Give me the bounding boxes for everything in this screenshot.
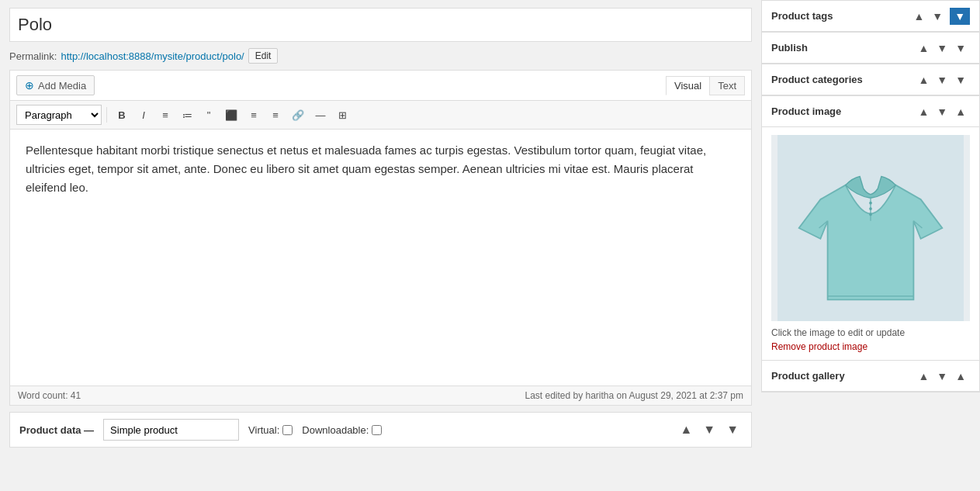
remove-product-image-link[interactable]: Remove product image [771,341,970,352]
tab-visual[interactable]: Visual [666,76,709,95]
sidebar: Product tags ▲ ▼ ▼ Publish ▲ ▼ ▼ Product… [761,0,980,491]
product-image-container[interactable] [771,135,970,321]
product-tags-controls: ▲ ▼ ▼ [909,8,970,25]
virtual-label: Virtual: [248,424,279,436]
paragraph-select[interactable]: Paragraph [16,105,102,125]
downloadable-row: Downloadable: [302,424,382,436]
product-categories-controls: ▲ ▼ ▼ [914,72,970,88]
permalink-url[interactable]: http://localhost:8888/mysite/product/pol… [61,50,244,62]
product-data-toggle-button[interactable]: ▼ [723,421,742,438]
product-categories-title: Product categories [771,74,914,85]
virtual-checkbox[interactable] [282,425,293,435]
product-categories-toggle-button[interactable]: ▼ [951,72,970,88]
product-categories-down-button[interactable]: ▼ [933,72,951,88]
product-tags-header[interactable]: Product tags ▲ ▼ ▼ [762,1,979,32]
editor-content[interactable]: Pellentesque habitant morbi tristique se… [10,130,751,386]
publish-controls: ▲ ▼ ▼ [914,40,970,56]
product-gallery-header[interactable]: Product gallery ▲ ▼ ▲ [762,361,979,392]
product-tags-toggle-button[interactable]: ▼ [950,8,970,25]
permalink-row: Permalink: http://localhost:8888/mysite/… [9,48,752,64]
product-categories-header[interactable]: Product categories ▲ ▼ ▼ [762,64,979,95]
word-count-value: 41 [71,390,81,401]
product-tags-down-button[interactable]: ▼ [928,9,947,24]
product-gallery-toggle-button[interactable]: ▲ [951,368,970,384]
svg-point-3 [869,207,872,210]
permalink-label: Permalink: [9,50,57,62]
word-count-label: Word count: [18,390,68,401]
product-tags-title: Product tags [771,10,909,22]
add-media-label: Add Media [38,80,86,92]
editor-box: ⊕ Add Media Visual Text Paragraph B I ≡ … [9,70,752,406]
product-categories-up-button[interactable]: ▲ [914,72,933,88]
svg-point-2 [869,202,872,205]
product-gallery-up-button[interactable]: ▲ [914,368,933,384]
word-count: Word count: 41 [18,390,81,401]
product-gallery-title: Product gallery [771,370,914,382]
product-image-body: Click the image to edit or update Remove… [762,127,979,360]
svg-point-4 [869,213,872,216]
product-image-up-button[interactable]: ▲ [914,104,933,119]
virtual-row: Virtual: [248,424,293,436]
product-gallery-down-button[interactable]: ▼ [933,368,951,384]
toolbar-separator-1 [106,107,107,123]
product-data-arrows: ▲ ▼ ▼ [677,421,742,438]
downloadable-label: Downloadable: [302,424,369,436]
add-media-button[interactable]: ⊕ Add Media [16,75,95,95]
product-gallery-controls: ▲ ▼ ▲ [914,368,970,384]
product-data-down-button[interactable]: ▼ [700,421,719,438]
add-media-icon: ⊕ [25,79,34,92]
tab-text[interactable]: Text [709,76,745,95]
italic-button[interactable]: I [133,105,154,125]
ordered-list-button[interactable]: ≔ [177,105,197,125]
product-type-select[interactable]: Simple product Variable product Grouped … [103,419,239,441]
product-image-controls: ▲ ▼ ▲ [914,104,970,119]
main-content: Polo Permalink: http://localhost:8888/my… [0,0,761,491]
horizontal-rule-button[interactable]: — [310,105,331,125]
permalink-edit-button[interactable]: Edit [248,48,279,64]
format-toolbar: Paragraph B I ≡ ≔ " ⬛ ≡ ≡ 🔗 — ⊞ [10,101,751,130]
bold-button[interactable]: B [112,105,132,125]
product-data-bar: Product data — Simple product Variable p… [9,412,752,448]
product-image-header[interactable]: Product image ▲ ▼ ▲ [762,96,979,127]
last-edited: Last edited by haritha on August 29, 202… [525,390,743,401]
editor-status: Word count: 41 Last edited by haritha on… [10,386,751,405]
publish-up-button[interactable]: ▲ [914,40,933,56]
editor-toolbar-top: ⊕ Add Media Visual Text [10,71,751,101]
product-image-toggle-button[interactable]: ▲ [951,104,970,119]
product-tags-panel: Product tags ▲ ▼ ▼ [761,0,980,33]
link-button[interactable]: 🔗 [287,105,309,125]
downloadable-checkbox[interactable] [372,425,382,435]
product-image-title: Product image [771,105,914,117]
publish-title: Publish [771,42,914,54]
view-tabs: Visual Text [666,76,745,95]
align-right-button[interactable]: ≡ [265,105,286,125]
product-categories-panel: Product categories ▲ ▼ ▼ [761,64,980,96]
product-image-panel: Product image ▲ ▼ ▲ [761,96,980,361]
publish-panel: Publish ▲ ▼ ▼ [761,33,980,64]
product-gallery-panel: Product gallery ▲ ▼ ▲ [761,361,980,392]
align-center-button[interactable]: ≡ [244,105,264,125]
product-image-click-text: Click the image to edit or update [771,327,970,338]
publish-header[interactable]: Publish ▲ ▼ ▼ [762,33,979,64]
table-button[interactable]: ⊞ [332,105,352,125]
post-title-input[interactable]: Polo [9,8,752,42]
blockquote-button[interactable]: " [199,105,219,125]
product-type-select-wrap: Simple product Variable product Grouped … [103,419,239,441]
product-image-down-button[interactable]: ▼ [933,104,951,119]
product-data-up-button[interactable]: ▲ [677,421,695,438]
polo-shirt-image [771,135,970,321]
unordered-list-button[interactable]: ≡ [155,105,175,125]
product-tags-up-button[interactable]: ▲ [909,9,928,24]
publish-toggle-button[interactable]: ▼ [951,40,970,56]
publish-down-button[interactable]: ▼ [933,40,951,56]
align-left-button[interactable]: ⬛ [220,105,242,125]
product-data-label: Product data — [19,424,94,436]
